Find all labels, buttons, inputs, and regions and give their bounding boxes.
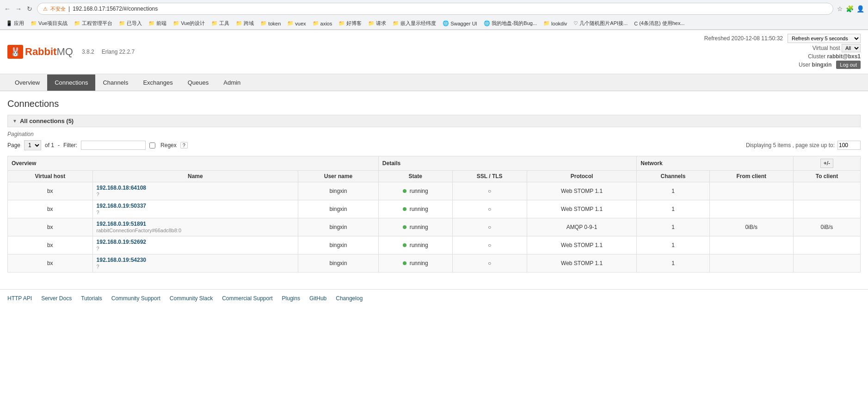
- cell-protocol: AMQP 0-9-1: [527, 218, 636, 236]
- bookmark-icon: 📁: [236, 20, 242, 26]
- cell-username: bingxin: [298, 182, 379, 200]
- bookmark-label: axios: [320, 21, 332, 26]
- bookmark-item[interactable]: 🌐我的地盘-我的Bug...: [481, 19, 539, 28]
- cell-from-client: [709, 254, 793, 272]
- bookmark-item[interactable]: 📁跨域: [234, 19, 256, 28]
- connection-name-link[interactable]: 192.168.0.19:54230: [97, 257, 146, 263]
- logout-button[interactable]: Log out: [836, 61, 861, 69]
- bookmark-icon: 📁: [287, 20, 294, 26]
- bookmark-icon: 📁: [119, 20, 125, 26]
- connection-name-link[interactable]: 192.168.0.18:64108: [97, 185, 146, 191]
- plus-minus-cell[interactable]: +/-: [793, 156, 860, 171]
- cell-username: bingxin: [298, 254, 379, 272]
- cluster-info: Cluster rabbit@bxs1: [704, 53, 861, 60]
- connection-subname: ?: [97, 192, 99, 197]
- table-row: bx 192.168.0.18:64108 ? bingxin running …: [8, 182, 861, 200]
- bookmark-item[interactable]: 📁Vue项目实战: [28, 19, 70, 28]
- bookmark-item[interactable]: 📁Vue的设计: [171, 19, 207, 28]
- footer-link[interactable]: Commercial Support: [222, 295, 272, 302]
- bookmark-item[interactable]: 📱应用: [4, 19, 26, 28]
- bookmark-item[interactable]: C(4条消息) 使用hex...: [632, 19, 687, 28]
- refresh-button[interactable]: ↻: [26, 5, 33, 12]
- footer-link[interactable]: Community Slack: [170, 295, 213, 302]
- bookmark-item[interactable]: 📁请求: [366, 19, 388, 28]
- footer-link[interactable]: Plugins: [282, 295, 300, 302]
- footer-link[interactable]: Community Support: [111, 295, 160, 302]
- nav-item-channels[interactable]: Channels: [95, 74, 135, 91]
- bookmark-item[interactable]: 📁工具: [209, 19, 232, 28]
- bookmark-item[interactable]: 📁嵌入显示经纬度: [390, 19, 438, 28]
- cell-protocol: Web STOMP 1.1: [527, 254, 636, 272]
- bookmark-item[interactable]: 📁axios: [310, 19, 335, 27]
- nav-item-exchanges[interactable]: Exchanges: [135, 74, 180, 91]
- bookmark-label: 跨域: [244, 20, 254, 27]
- bookmark-item[interactable]: 📁vuex: [285, 19, 308, 27]
- connection-subname: ?: [97, 246, 99, 251]
- state-badge: running: [382, 224, 449, 230]
- nav-item-queues[interactable]: Queues: [180, 74, 216, 91]
- nav-item-overview[interactable]: Overview: [7, 74, 47, 91]
- refreshed-info: Refreshed 2020-12-08 11:50:32 Refresh ev…: [704, 34, 861, 43]
- extensions-icon[interactable]: 🧩: [846, 5, 854, 12]
- forward-button[interactable]: →: [15, 5, 22, 12]
- profile-icon[interactable]: 👤: [856, 5, 864, 12]
- cell-to-client: [793, 254, 860, 272]
- back-button[interactable]: ←: [4, 5, 11, 12]
- all-connections-section-header[interactable]: ▼ All connections (5): [7, 115, 861, 127]
- filter-label: -: [58, 142, 60, 148]
- bookmark-label: 我的地盘-我的Bug...: [492, 20, 537, 27]
- bookmark-item[interactable]: 📁lookdiv: [541, 19, 569, 27]
- regex-checkbox[interactable]: [149, 142, 155, 148]
- page-select[interactable]: 1: [24, 140, 41, 150]
- connection-name-link[interactable]: 192.168.0.19:52692: [97, 239, 146, 245]
- bookmark-icon: 📁: [543, 20, 550, 26]
- cell-from-client: [709, 200, 793, 218]
- logo-icon: 🐰: [7, 45, 23, 59]
- browser-right-icons: ☆ 🧩 👤: [837, 5, 864, 12]
- nav-item-connections[interactable]: Connections: [47, 74, 95, 91]
- vhost-select[interactable]: All bx: [842, 44, 861, 52]
- status-dot-icon: [403, 189, 406, 193]
- bookmark-label: Swagger UI: [450, 21, 477, 26]
- regex-label: Regex: [160, 142, 177, 148]
- bookmark-item[interactable]: 📁工程管理平台: [72, 19, 115, 28]
- nav-item-admin[interactable]: Admin: [216, 74, 248, 91]
- footer-link[interactable]: GitHub: [309, 295, 326, 302]
- cell-name: 192.168.0.18:64108 ?: [92, 182, 298, 200]
- col-channels: Channels: [637, 171, 709, 182]
- plus-minus-button[interactable]: +/-: [820, 159, 833, 168]
- footer-link[interactable]: Tutorials: [81, 295, 102, 302]
- section-arrow-icon: ▼: [12, 118, 17, 124]
- virtual-host-label: Virtual host: [813, 45, 840, 51]
- refresh-select[interactable]: Refresh every 5 seconds Refresh every 10…: [788, 34, 861, 43]
- cell-to-client: 0iB/s: [793, 218, 860, 236]
- bookmark-star-icon[interactable]: ☆: [837, 5, 843, 12]
- url-bar[interactable]: ⚠ 不安全 | 192.168.0.17:15672/#/connections: [37, 3, 833, 15]
- connection-name-link[interactable]: 192.168.0.19:50337: [97, 203, 146, 209]
- connection-name-link[interactable]: 192.168.0.19:51891: [97, 221, 146, 227]
- cell-vhost: bx: [8, 182, 93, 200]
- bookmark-item[interactable]: 📁已导入: [117, 19, 144, 28]
- cell-ssl: ○: [452, 254, 527, 272]
- bookmark-item[interactable]: 📁好博客: [336, 19, 364, 28]
- filter-input[interactable]: [81, 141, 146, 150]
- footer-link[interactable]: Changelog: [336, 295, 363, 302]
- bookmark-item[interactable]: 📁前端: [146, 19, 169, 28]
- footer-link[interactable]: HTTP API: [7, 295, 32, 302]
- col-username: User name: [298, 171, 379, 182]
- footer-link[interactable]: Server Docs: [41, 295, 72, 302]
- cell-from-client: [709, 182, 793, 200]
- browser-chrome: ← → ↻ ⚠ 不安全 | 192.168.0.17:15672/#/conne…: [0, 0, 868, 30]
- user-info: User bingxin Log out: [704, 61, 861, 69]
- bookmark-icon: 📁: [148, 20, 155, 26]
- bookmark-icon: 🌐: [443, 20, 449, 26]
- status-dot-icon: [403, 225, 406, 229]
- overview-group-header: Overview: [8, 156, 379, 171]
- bookmark-item[interactable]: ♡几个随机图片API接...: [571, 19, 630, 28]
- regex-help-icon[interactable]: ?: [180, 142, 188, 148]
- of-label: of 1: [45, 142, 54, 148]
- page-size-input[interactable]: [837, 141, 861, 150]
- bookmark-item[interactable]: 📁token: [258, 19, 283, 27]
- cell-ssl: ○: [452, 182, 527, 200]
- bookmark-item[interactable]: 🌐Swagger UI: [440, 19, 479, 27]
